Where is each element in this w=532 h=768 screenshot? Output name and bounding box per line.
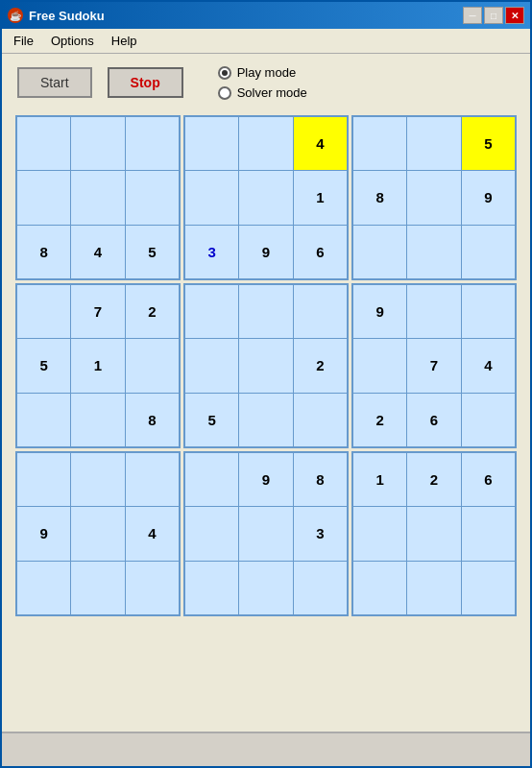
cell[interactable]: 3 <box>294 507 347 560</box>
cell[interactable]: 4 <box>294 117 347 170</box>
cell[interactable]: 6 <box>462 453 515 506</box>
cell[interactable]: 8 <box>126 394 179 446</box>
menu-options[interactable]: Options <box>43 32 102 50</box>
cell[interactable] <box>185 507 238 560</box>
cell[interactable] <box>407 171 460 224</box>
start-button[interactable]: Start <box>17 67 92 98</box>
cell[interactable]: 1 <box>71 339 124 392</box>
minimize-button[interactable]: ─ <box>463 7 482 24</box>
cell[interactable]: 2 <box>407 453 460 506</box>
cell[interactable] <box>126 453 179 506</box>
cell[interactable] <box>239 394 292 446</box>
cell[interactable]: 8 <box>353 171 406 224</box>
cell[interactable]: 9 <box>239 226 292 278</box>
cell[interactable] <box>71 507 124 560</box>
box-4: 25 <box>183 283 349 448</box>
maximize-button[interactable]: □ <box>484 7 503 24</box>
cell[interactable] <box>239 117 292 170</box>
menu-file[interactable]: File <box>6 32 41 50</box>
cell[interactable] <box>353 339 406 392</box>
cell[interactable] <box>294 394 347 446</box>
cell[interactable]: 2 <box>353 394 406 446</box>
play-mode-option[interactable]: Play mode <box>218 65 307 80</box>
cell[interactable] <box>462 394 515 446</box>
solver-mode-label: Solver mode <box>237 85 307 100</box>
menu-help[interactable]: Help <box>104 32 145 50</box>
cell[interactable] <box>185 171 238 224</box>
cell[interactable]: 5 <box>126 226 179 278</box>
cell[interactable]: 7 <box>407 339 460 392</box>
sudoku-board: 8454139658972518259742694983126 <box>15 115 517 616</box>
cell[interactable] <box>17 394 70 446</box>
close-button[interactable]: ✕ <box>505 7 524 24</box>
cell[interactable]: 8 <box>17 226 70 278</box>
solver-mode-option[interactable]: Solver mode <box>218 85 307 100</box>
cell[interactable] <box>71 171 124 224</box>
cell[interactable] <box>462 507 515 560</box>
cell[interactable]: 9 <box>462 171 515 224</box>
cell[interactable] <box>294 562 347 614</box>
cell[interactable]: 5 <box>185 394 238 446</box>
cell[interactable] <box>126 339 179 392</box>
cell[interactable] <box>17 453 70 506</box>
cell[interactable] <box>126 562 179 614</box>
cell[interactable]: 1 <box>353 453 406 506</box>
cell[interactable] <box>353 562 406 614</box>
cell[interactable]: 6 <box>294 226 347 278</box>
cell[interactable] <box>407 117 460 170</box>
solver-mode-radio[interactable] <box>218 86 231 100</box>
cell[interactable]: 4 <box>126 507 179 560</box>
cell[interactable] <box>185 117 238 170</box>
cell[interactable] <box>239 562 292 614</box>
cell[interactable] <box>17 117 70 170</box>
cell[interactable] <box>462 226 515 278</box>
cell[interactable] <box>407 562 460 614</box>
cell[interactable] <box>239 171 292 224</box>
cell[interactable]: 5 <box>17 339 70 392</box>
cell[interactable] <box>126 171 179 224</box>
cell[interactable] <box>17 285 70 338</box>
cell[interactable]: 8 <box>294 453 347 506</box>
cell[interactable] <box>294 285 347 338</box>
cell[interactable] <box>239 507 292 560</box>
cell[interactable] <box>17 171 70 224</box>
cell[interactable]: 4 <box>71 226 124 278</box>
cell[interactable] <box>126 117 179 170</box>
cell[interactable] <box>407 285 460 338</box>
cell[interactable] <box>239 339 292 392</box>
cell[interactable]: 2 <box>126 285 179 338</box>
cell[interactable] <box>407 226 460 278</box>
cell[interactable] <box>239 285 292 338</box>
cell[interactable]: 3 <box>185 226 238 278</box>
cell[interactable] <box>407 507 460 560</box>
cell[interactable] <box>185 453 238 506</box>
cell[interactable]: 9 <box>17 507 70 560</box>
cell[interactable]: 4 <box>462 339 515 392</box>
status-bar <box>2 732 530 766</box>
stop-button[interactable]: Stop <box>108 67 183 98</box>
cell[interactable] <box>71 394 124 446</box>
cell[interactable]: 1 <box>294 171 347 224</box>
cell[interactable] <box>462 285 515 338</box>
box-6: 94 <box>15 451 181 616</box>
cell[interactable]: 5 <box>462 117 515 170</box>
cell[interactable] <box>462 562 515 614</box>
play-mode-radio[interactable] <box>218 66 231 80</box>
cell[interactable] <box>185 339 238 392</box>
app-icon: ☕ <box>8 8 23 23</box>
cell[interactable] <box>71 117 124 170</box>
box-5: 97426 <box>351 283 517 448</box>
cell[interactable]: 9 <box>239 453 292 506</box>
cell[interactable] <box>71 453 124 506</box>
cell[interactable] <box>353 507 406 560</box>
cell[interactable]: 6 <box>407 394 460 446</box>
cell[interactable]: 2 <box>294 339 347 392</box>
cell[interactable] <box>353 226 406 278</box>
cell[interactable]: 7 <box>71 285 124 338</box>
cell[interactable] <box>71 562 124 614</box>
cell[interactable] <box>185 562 238 614</box>
cell[interactable] <box>17 562 70 614</box>
cell[interactable] <box>185 285 238 338</box>
cell[interactable]: 9 <box>353 285 406 338</box>
cell[interactable] <box>353 117 406 170</box>
